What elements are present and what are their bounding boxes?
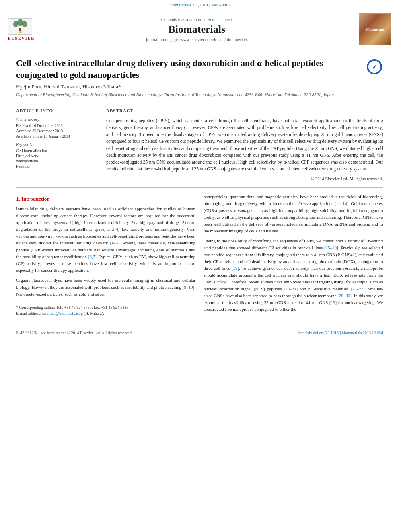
corresponding-author-note: * Corresponding author. Tel.: +81 45 924… — [16, 304, 195, 310]
corresponding-text: * Corresponding author. Tel.: +81 45 924… — [16, 305, 130, 310]
contents-link: Contents lists available at ScienceDirec… — [43, 17, 351, 22]
article-info-panel: ARTICLE INFO Article history: Received 1… — [16, 108, 97, 181]
journal-cover-label: Biomaterials — [365, 27, 385, 31]
received-date: Received 16 December 2013 — [16, 123, 97, 128]
footnote-area: * Corresponding author. Tel.: +81 45 924… — [16, 302, 195, 316]
section-divider — [16, 187, 383, 188]
journal-name-heading: Biomaterials — [43, 23, 351, 35]
sciencedirect-link[interactable]: ScienceDirect — [208, 17, 232, 22]
page: Biomaterials 35 (2014) 3480–3487 — [0, 0, 399, 532]
contents-text: Contents lists available at — [161, 17, 207, 22]
ref-11-14[interactable]: [11–14] — [335, 201, 348, 206]
journal-header-left: ELSEVIER — [8, 18, 35, 41]
ref-25-27[interactable]: [25–27] — [351, 286, 365, 291]
svg-text:✓: ✓ — [372, 64, 377, 70]
doi-link[interactable]: http://dx.doi.org/10.1016/j.biomaterials… — [298, 331, 383, 335]
abstract-panel: ABSTRACT Cell penetrating peptides (CPPs… — [106, 108, 383, 181]
svg-point-2 — [13, 21, 18, 27]
authors-text: Hyejin Park, Hiroshi Tsutsumi, Hisakazu … — [16, 84, 121, 90]
top-citation-bar: Biomaterials 35 (2014) 3480–3487 — [0, 0, 399, 9]
email-link[interactable]: hmihara@bio.titech.ac.jp — [42, 311, 83, 316]
copyright-line: © 2014 Elsevier Ltd. All rights reserved… — [106, 176, 383, 181]
bottom-bar: 0142-9612/$ – see front matter © 2014 El… — [0, 328, 399, 337]
ref-6-7[interactable]: [6,7] — [88, 254, 97, 259]
crossmark-badge: ✓ — [367, 59, 383, 75]
ref-19b[interactable]: [19] — [329, 300, 337, 305]
email-line: E-mail address: hmihara@bio.titech.ac.jp… — [16, 310, 195, 316]
email-name: (H. Mihara). — [84, 311, 104, 316]
email-label: E-mail address: — [16, 311, 41, 316]
homepage-link[interactable]: journal homepage: www.elsevier.com/locat… — [146, 37, 248, 42]
svg-rect-5 — [19, 31, 22, 33]
ref-19[interactable]: [19] — [232, 266, 239, 271]
body-left-column: 1. Introduction Intracellular drug deliv… — [16, 193, 195, 317]
elsevier-logo-image — [8, 18, 32, 35]
available-date: Available online 15 January 2014 — [16, 134, 97, 138]
authors-line: Hyejin Park, Hiroshi Tsutsumi, Hisakazu … — [16, 84, 383, 90]
elsevier-brand-text: ELSEVIER — [8, 36, 35, 41]
ref-1-5[interactable]: [1–5] — [110, 240, 119, 245]
issn-text: 0142-9612/$ – see front matter © 2014 El… — [16, 331, 132, 335]
intro-para-1: Intracellular drug delivery systems have… — [16, 205, 195, 274]
journal-cover-image: Biomaterials — [359, 13, 391, 45]
article-title-section: Cell-selective intracellular drug delive… — [16, 58, 383, 80]
article-history-label: Article history: — [16, 117, 97, 122]
journal-header-center: Contents lists available at ScienceDirec… — [35, 17, 359, 42]
keywords-label: Keywords: — [16, 142, 97, 147]
body-columns: 1. Introduction Intracellular drug deliv… — [16, 193, 383, 317]
journal-header: ELSEVIER Contents lists available at Sci… — [0, 9, 399, 49]
ref-15-19[interactable]: [15–19] — [324, 245, 338, 250]
elsevier-logo — [8, 18, 32, 35]
elsevier-logo-svg — [10, 19, 30, 34]
keywords-section: Keywords: Cell internalization Drug deli… — [16, 142, 97, 168]
svg-point-3 — [22, 21, 27, 27]
keyword-3: Nanoparticles — [16, 159, 97, 163]
main-content: Cell-selective intracellular drug delive… — [0, 49, 399, 325]
body-right-column: nanoparticles, quantum dots, and magneti… — [204, 193, 383, 317]
crossmark-icon: ✓ — [367, 59, 382, 74]
ref-8-10[interactable]: [8–10] — [183, 285, 194, 290]
keyword-1: Cell internalization — [16, 148, 97, 153]
keyword-2: Drug delivery — [16, 154, 97, 158]
right-para-2: Owing to the possibility of modifying th… — [204, 238, 383, 313]
keyword-4: Peptides — [16, 164, 97, 168]
crossmark-svg: ✓ — [368, 60, 381, 74]
ref-20-24[interactable]: [20–24] — [284, 286, 298, 291]
abstract-text: Cell penetrating peptides (CPPs), which … — [106, 117, 383, 173]
abstract-heading: ABSTRACT — [106, 108, 383, 114]
article-info-abstract-section: ARTICLE INFO Article history: Received 1… — [16, 104, 383, 181]
article-info-heading: ARTICLE INFO — [16, 108, 97, 114]
intro-para-2: Organic fluorescent dyes have been widel… — [16, 277, 195, 298]
citation-text: Biomaterials 35 (2014) 3480–3487 — [169, 2, 230, 7]
introduction-heading: 1. Introduction — [16, 195, 195, 203]
journal-homepage: journal homepage: www.elsevier.com/locat… — [43, 37, 351, 42]
ref-28-30[interactable]: [28–30] — [337, 293, 352, 298]
affiliation-text: Department of Bioengineering, Graduate S… — [16, 92, 383, 98]
right-para-1: nanoparticles, quantum dots, and magneti… — [204, 193, 383, 234]
article-title: Cell-selective intracellular drug delive… — [16, 58, 367, 80]
accepted-date: Accepted 30 December 2013 — [16, 129, 97, 133]
